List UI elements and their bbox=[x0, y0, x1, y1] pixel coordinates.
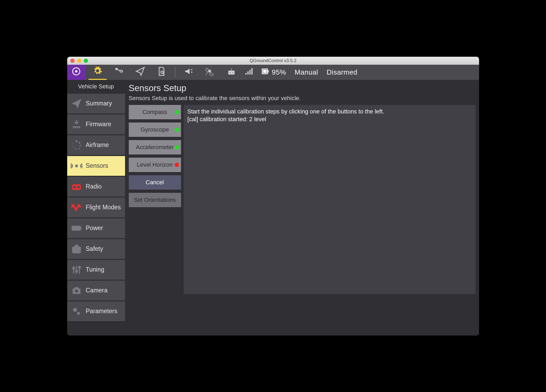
gears-icon bbox=[70, 305, 83, 318]
messages-button[interactable] bbox=[180, 65, 198, 80]
set-orientations-button[interactable]: Set Orientations bbox=[129, 193, 181, 207]
setup-view-button[interactable] bbox=[89, 65, 107, 80]
qgc-logo-icon bbox=[71, 67, 81, 78]
radio-controller-icon bbox=[70, 180, 83, 193]
sidebar-item-label: Power bbox=[86, 224, 103, 232]
flight-mode[interactable]: Manual bbox=[295, 68, 318, 76]
gps-button[interactable] bbox=[201, 65, 219, 80]
toolbar-divider bbox=[175, 67, 175, 77]
svg-point-9 bbox=[232, 72, 233, 73]
svg-point-27 bbox=[73, 186, 76, 188]
analyze-view-button[interactable] bbox=[152, 65, 171, 80]
battery-charge-icon bbox=[70, 222, 83, 235]
button-label: Gyroscope bbox=[140, 126, 169, 133]
svg-point-33 bbox=[75, 270, 77, 272]
svg-rect-12 bbox=[247, 71, 249, 75]
sensors-icon bbox=[70, 159, 83, 173]
fly-view-button[interactable] bbox=[131, 65, 149, 80]
megaphone-icon bbox=[184, 67, 194, 78]
sidebar-item-safety[interactable]: Safety bbox=[67, 239, 125, 259]
svg-point-37 bbox=[77, 312, 80, 315]
svg-point-24 bbox=[71, 142, 73, 144]
accelerometer-button[interactable]: Accelerometer bbox=[129, 140, 181, 154]
sidebar-item-airframe[interactable]: Airframe bbox=[67, 135, 125, 155]
svg-text:B: B bbox=[120, 70, 122, 73]
loading-dots-icon bbox=[70, 138, 83, 152]
sidebar-item-label: Sensors bbox=[86, 162, 108, 169]
sidebar-item-label: Safety bbox=[86, 245, 103, 252]
calibration-output-panel: Start the individual calibration steps b… bbox=[184, 105, 475, 294]
sidebar-item-summary[interactable]: Summary bbox=[67, 94, 125, 113]
svg-point-36 bbox=[73, 308, 77, 312]
plan-view-button[interactable]: B bbox=[110, 65, 128, 80]
page-description: Sensors Setup is used to calibrate the s… bbox=[129, 95, 475, 102]
compass-button[interactable]: Compass bbox=[129, 105, 181, 119]
svg-point-32 bbox=[73, 267, 74, 269]
sidebar-title: Vehicle Setup bbox=[67, 80, 125, 93]
sidebar-item-label: Tuning bbox=[86, 266, 104, 273]
cancel-button[interactable]: Cancel bbox=[129, 175, 181, 190]
paper-plane-icon bbox=[70, 97, 83, 110]
window-minimize-button[interactable] bbox=[77, 59, 81, 63]
level-horizon-button[interactable]: Level Horizon bbox=[129, 158, 181, 172]
window-close-button[interactable] bbox=[70, 59, 75, 63]
waveform-icon bbox=[70, 201, 83, 214]
gears-icon bbox=[93, 66, 102, 77]
svg-point-1 bbox=[75, 70, 77, 73]
armed-status[interactable]: Disarmed bbox=[327, 68, 357, 76]
button-label: Level Horizon bbox=[137, 161, 173, 168]
status-dot-ok bbox=[175, 110, 179, 114]
app-window: QGroundControl v3.5.2 B bbox=[67, 57, 479, 336]
status-dot-ok bbox=[175, 145, 179, 149]
sidebar-item-camera[interactable]: Camera bbox=[67, 281, 125, 300]
medkit-icon bbox=[70, 242, 83, 256]
document-search-icon bbox=[157, 67, 166, 78]
svg-point-18 bbox=[75, 140, 77, 142]
button-label: Compass bbox=[142, 109, 167, 116]
svg-point-28 bbox=[77, 186, 79, 188]
svg-point-23 bbox=[72, 146, 74, 148]
battery-icon bbox=[260, 67, 270, 78]
app-logo-button[interactable] bbox=[67, 65, 85, 80]
telemetry-rssi-button[interactable] bbox=[244, 65, 254, 80]
svg-point-20 bbox=[79, 145, 81, 146]
sidebar-item-radio[interactable]: Radio bbox=[67, 177, 125, 197]
svg-point-35 bbox=[75, 289, 78, 292]
page-title: Sensors Setup bbox=[129, 83, 475, 93]
download-chip-icon bbox=[70, 118, 83, 131]
app-body: Vehicle Setup Summary Firmware Airframe … bbox=[67, 80, 479, 336]
sidebar-item-label: Parameters bbox=[86, 308, 118, 315]
status-dot-bad bbox=[175, 163, 179, 167]
sidebar-item-sensors[interactable]: Sensors bbox=[67, 156, 125, 176]
svg-rect-13 bbox=[249, 70, 251, 75]
panel-line: Start the individual calibration steps b… bbox=[187, 108, 472, 116]
battery-status[interactable]: 95% bbox=[260, 67, 292, 78]
sidebar-item-label: Airframe bbox=[86, 141, 109, 149]
sidebar-item-firmware[interactable]: Firmware bbox=[67, 115, 125, 134]
titlebar: QGroundControl v3.5.2 bbox=[67, 57, 479, 65]
sidebar-item-power[interactable]: Power bbox=[67, 218, 125, 238]
gyroscope-button[interactable]: Gyroscope bbox=[129, 123, 181, 137]
main-content: Sensors Setup Sensors Setup is used to c… bbox=[125, 80, 479, 336]
waypoint-icon: B bbox=[114, 67, 124, 78]
window-maximize-button[interactable] bbox=[84, 59, 88, 63]
svg-point-22 bbox=[74, 148, 76, 150]
sidebar-item-tuning[interactable]: Tuning bbox=[67, 260, 125, 280]
svg-rect-7 bbox=[228, 71, 235, 75]
setup-sidebar: Vehicle Setup Summary Firmware Airframe … bbox=[67, 80, 125, 336]
signal-bars-icon bbox=[244, 67, 254, 78]
sensor-row: Compass Gyroscope Accelerometer Level Ho… bbox=[129, 105, 475, 294]
svg-point-25 bbox=[75, 164, 78, 167]
sensor-buttons: Compass Gyroscope Accelerometer Level Ho… bbox=[129, 105, 181, 294]
svg-point-34 bbox=[78, 266, 80, 268]
battery-percent: 95% bbox=[272, 68, 286, 76]
svg-point-8 bbox=[230, 72, 231, 73]
sidebar-item-label: Camera bbox=[86, 287, 108, 294]
sidebar-item-flight-modes[interactable]: Flight Modes bbox=[67, 198, 125, 217]
sidebar-item-parameters[interactable]: Parameters bbox=[67, 301, 125, 321]
rc-button[interactable] bbox=[222, 65, 240, 80]
svg-point-19 bbox=[78, 142, 80, 144]
sidebar-item-label: Summary bbox=[86, 100, 112, 107]
svg-point-21 bbox=[78, 148, 80, 149]
camera-icon bbox=[70, 284, 83, 297]
